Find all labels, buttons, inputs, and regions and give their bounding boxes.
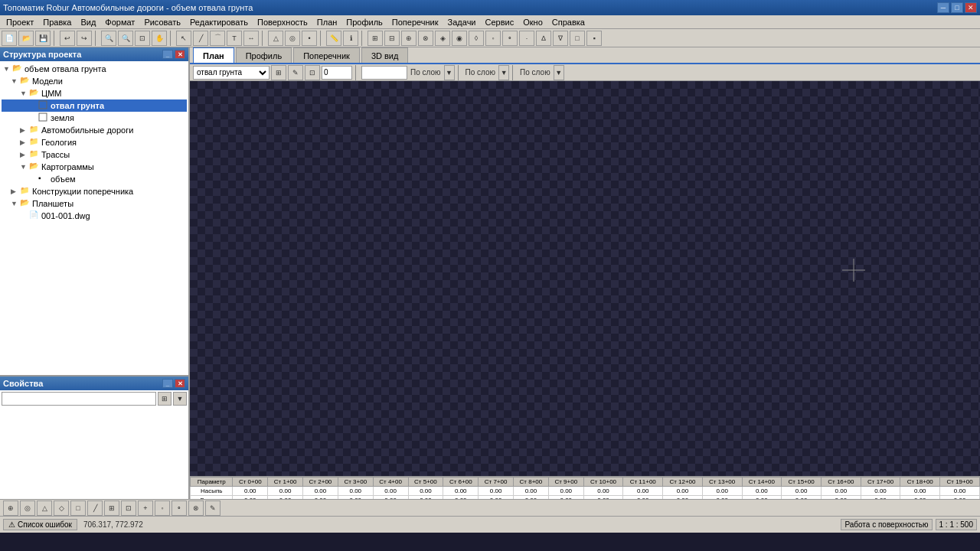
snap-btn13[interactable]: ✎ bbox=[205, 500, 220, 516]
tab-plan[interactable]: План bbox=[193, 47, 234, 63]
menu-edit2[interactable]: Редактировать bbox=[185, 17, 253, 28]
snap-btn12[interactable]: ⊗ bbox=[188, 500, 204, 516]
tree-item-6[interactable]: ▶📁Геология bbox=[2, 136, 187, 148]
tree-item-1[interactable]: ▼📂Модели bbox=[2, 75, 187, 87]
tb-extra13[interactable]: □ bbox=[570, 31, 585, 46]
tb-extra3[interactable]: ⊕ bbox=[401, 31, 416, 46]
menu-window[interactable]: Окно bbox=[518, 17, 547, 28]
tree-item-8[interactable]: ▼📂Картограммы bbox=[2, 161, 187, 173]
menu-surface[interactable]: Поверхность bbox=[253, 17, 312, 28]
snap-btn8[interactable]: ⊡ bbox=[121, 500, 136, 516]
tree-item-12[interactable]: 📄001-001.dwg bbox=[2, 210, 187, 222]
snap-btn1[interactable]: ⊕ bbox=[3, 500, 18, 516]
tb-new[interactable]: 📄 bbox=[2, 31, 17, 46]
tb-measure[interactable]: 📏 bbox=[326, 31, 341, 46]
tree-item-7[interactable]: ▶📁Трассы bbox=[2, 148, 187, 161]
tree-item-9[interactable]: ▪объем bbox=[2, 173, 187, 185]
menu-help[interactable]: Справка bbox=[547, 17, 590, 28]
tb-extra7[interactable]: ◊ bbox=[469, 31, 484, 46]
sub-tb-btn2[interactable]: ✎ bbox=[288, 65, 303, 80]
tb-extra10[interactable]: ∙ bbox=[519, 31, 534, 46]
menu-plan[interactable]: План bbox=[312, 17, 342, 28]
tb-extra5[interactable]: ◈ bbox=[435, 31, 450, 46]
layer-dropdown3[interactable]: ▼ bbox=[554, 65, 564, 80]
tree-item-10[interactable]: ▶📁Конструкции поперечника bbox=[2, 185, 187, 197]
tb-zoom-in[interactable]: 🔍 bbox=[101, 31, 116, 46]
tree-item-0[interactable]: ▼📂объем отвала грунта bbox=[2, 63, 187, 75]
tb-save[interactable]: 💾 bbox=[35, 31, 51, 46]
menu-project[interactable]: Проект bbox=[2, 17, 38, 28]
tb-redo[interactable]: ↪ bbox=[77, 31, 92, 46]
menu-tasks[interactable]: Задачи bbox=[443, 17, 481, 28]
maximize-button[interactable]: □ bbox=[951, 2, 963, 13]
props-close[interactable]: ✕ bbox=[175, 379, 185, 388]
structure-close[interactable]: ✕ bbox=[175, 50, 185, 59]
tb-extra11[interactable]: ∆ bbox=[536, 31, 551, 46]
tb-contour[interactable]: ◎ bbox=[285, 31, 300, 46]
menu-view[interactable]: Вид bbox=[76, 17, 100, 28]
tb-zoom-out[interactable]: 🔍 bbox=[118, 31, 133, 46]
tb-extra6[interactable]: ◉ bbox=[452, 31, 467, 46]
layer-input1[interactable] bbox=[361, 66, 407, 80]
tab-profile[interactable]: Профиль bbox=[236, 47, 292, 63]
sub-tb-btn3[interactable]: ⊡ bbox=[305, 65, 320, 80]
snap-btn10[interactable]: ◦ bbox=[155, 500, 170, 516]
surface-dropdown[interactable]: отвал грунта bbox=[193, 66, 270, 80]
snap-btn2[interactable]: ◎ bbox=[20, 500, 35, 516]
menu-draw[interactable]: Рисовать bbox=[139, 17, 185, 28]
menu-format[interactable]: Формат bbox=[100, 17, 139, 28]
tree-item-2[interactable]: ▼📂ЦММ bbox=[2, 87, 187, 99]
tb-extra8[interactable]: ◦ bbox=[485, 31, 501, 46]
snap-btn4[interactable]: ◇ bbox=[54, 500, 69, 516]
snap-btn5[interactable]: □ bbox=[70, 500, 86, 516]
props-search-icon[interactable]: ⊞ bbox=[158, 392, 172, 406]
layer-dropdown1[interactable]: ▼ bbox=[444, 65, 455, 80]
tb-zoom-fit[interactable]: ⊡ bbox=[135, 31, 150, 46]
menu-profile[interactable]: Профиль bbox=[341, 17, 387, 28]
tb-line[interactable]: ╱ bbox=[193, 31, 208, 46]
sub-tb-input[interactable] bbox=[322, 66, 352, 80]
layer-dropdown2[interactable]: ▼ bbox=[498, 65, 509, 80]
canvas-area[interactable] bbox=[190, 81, 980, 476]
props-filter-icon[interactable]: ▼ bbox=[173, 392, 187, 406]
menu-service[interactable]: Сервис bbox=[481, 17, 519, 28]
props-search-input[interactable] bbox=[2, 392, 156, 406]
tb-extra9[interactable]: ∘ bbox=[502, 31, 518, 46]
snap-btn6[interactable]: ╱ bbox=[87, 500, 103, 516]
tree-item-11[interactable]: ▼📂Планшеты bbox=[2, 197, 187, 210]
errors-label: Список ошибок bbox=[18, 520, 72, 529]
tb-dim[interactable]: ↔ bbox=[243, 31, 259, 46]
tb-extra1[interactable]: ⊞ bbox=[368, 31, 383, 46]
tree-item-5[interactable]: ▶📁Автомобильные дороги bbox=[2, 124, 187, 136]
tb-arc[interactable]: ⌒ bbox=[210, 31, 225, 46]
snap-btn3[interactable]: △ bbox=[37, 500, 52, 516]
snap-btn11[interactable]: ∘ bbox=[172, 500, 187, 516]
tb-pan[interactable]: ✋ bbox=[152, 31, 167, 46]
sub-tb-btn1[interactable]: ⊞ bbox=[271, 65, 286, 80]
tb-extra14[interactable]: ▪ bbox=[586, 31, 602, 46]
menu-cross[interactable]: Поперечник bbox=[387, 17, 443, 28]
tb-extra2[interactable]: ⊟ bbox=[384, 31, 400, 46]
tb-surface[interactable]: △ bbox=[268, 31, 283, 46]
minimize-button[interactable]: ─ bbox=[937, 2, 949, 13]
tb-point[interactable]: • bbox=[302, 31, 317, 46]
tab-3d[interactable]: 3D вид bbox=[361, 47, 409, 63]
errors-button[interactable]: ⚠ Список ошибок bbox=[3, 519, 77, 530]
close-button[interactable]: ✕ bbox=[965, 2, 977, 13]
structure-minimize[interactable]: _ bbox=[162, 50, 173, 59]
tree-item-4[interactable]: земля bbox=[2, 112, 187, 124]
tb-extra12[interactable]: ∇ bbox=[553, 31, 568, 46]
tb-properties[interactable]: ℹ bbox=[343, 31, 358, 46]
tb-select[interactable]: ↖ bbox=[176, 31, 191, 46]
tab-cross[interactable]: Поперечник bbox=[293, 47, 360, 63]
tb-undo[interactable]: ↩ bbox=[60, 31, 75, 46]
menu-edit[interactable]: Правка bbox=[38, 17, 76, 28]
tree-item-3[interactable]: отвал грунта bbox=[2, 99, 187, 112]
table-header-8: Ст 7+00 bbox=[479, 478, 514, 487]
snap-btn7[interactable]: ⊞ bbox=[104, 500, 119, 516]
snap-btn9[interactable]: + bbox=[138, 500, 153, 516]
props-minimize[interactable]: _ bbox=[162, 379, 173, 388]
tb-extra4[interactable]: ⊗ bbox=[418, 31, 433, 46]
tb-open[interactable]: 📂 bbox=[18, 31, 34, 46]
tb-text[interactable]: T bbox=[227, 31, 242, 46]
